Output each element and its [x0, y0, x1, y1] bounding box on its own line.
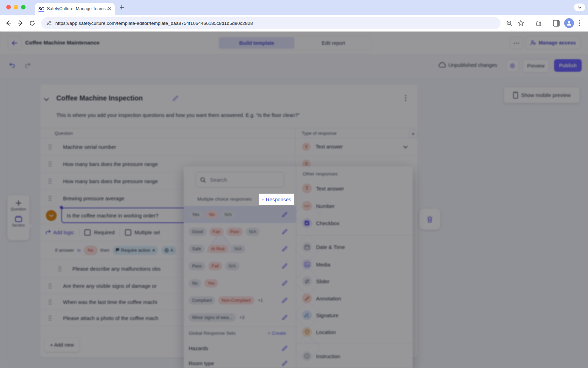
side-panel-icon[interactable] [553, 20, 560, 27]
browser-nav-bar: https://app.safetyculture.com/template-e… [0, 15, 588, 32]
safetyculture-favicon: SC [38, 6, 44, 12]
add-responses-button[interactable]: + Responses [259, 194, 294, 205]
chevron-down-icon [578, 6, 582, 9]
url-bar[interactable]: https://app.safetyculture.com/template-e… [41, 17, 500, 29]
person-icon [566, 20, 572, 26]
tab-title: SafetyCulture: Manage Teams and... [47, 6, 108, 11]
bookmark-star-icon[interactable] [517, 20, 524, 27]
profile-avatar[interactable] [564, 18, 574, 28]
new-tab-button[interactable] [119, 5, 125, 10]
extensions-icon[interactable] [535, 20, 542, 27]
browser-tab[interactable]: SC SafetyCulture: Manage Teams and... [35, 3, 115, 15]
window-close-button[interactable] [6, 5, 11, 9]
forward-icon[interactable] [17, 20, 24, 27]
tab-close-icon[interactable] [108, 7, 111, 11]
dim-overlay [0, 32, 588, 368]
browser-menu-icon[interactable] [579, 20, 580, 26]
back-icon[interactable] [5, 20, 12, 27]
browser-tab-strip: SC SafetyCulture: Manage Teams and... [0, 0, 588, 15]
site-settings-icon[interactable] [46, 20, 52, 26]
window-minimize-button[interactable] [14, 5, 18, 9]
zoom-icon[interactable] [506, 20, 513, 27]
url-text: https://app.safetyculture.com/template-e… [55, 21, 253, 26]
page-wrap: Coffee Machine Maintenance Build templat… [0, 32, 588, 368]
reload-icon[interactable] [29, 20, 36, 27]
window-zoom-button[interactable] [21, 5, 26, 9]
tab-search-button[interactable] [574, 4, 585, 11]
